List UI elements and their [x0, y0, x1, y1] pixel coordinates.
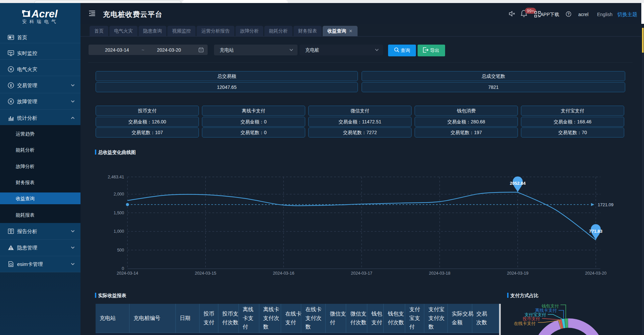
svg-text:?: ? [568, 12, 570, 16]
svg-text:安科瑞电气: 安科瑞电气 [22, 19, 59, 24]
svg-text:Acrel: Acrel [31, 8, 58, 20]
